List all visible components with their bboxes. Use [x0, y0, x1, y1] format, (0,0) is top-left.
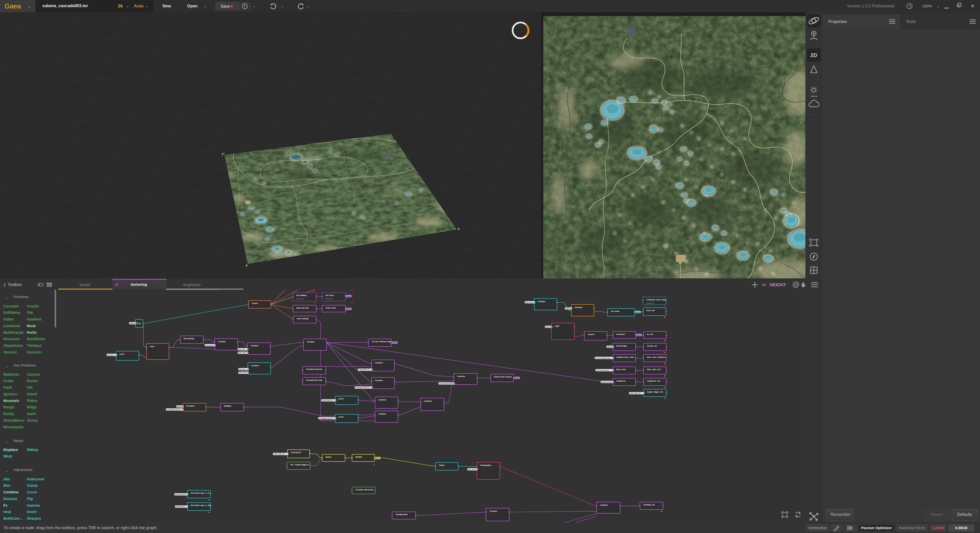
svg-text:Curvature: Curvature — [186, 405, 195, 407]
svg-text:lakes mask: lakes mask — [525, 302, 533, 303]
svg-text:Constant:Red: Constant:Red — [395, 513, 407, 515]
svg-text:HEIGHT: HEIGHT — [770, 282, 786, 287]
svg-text:Invert: Invert — [339, 397, 344, 400]
svg-text:Combined Road Mask: Combined Road Mask — [439, 383, 453, 385]
svg-text:Output: Output — [347, 308, 351, 310]
svg-text:Final Terrain Texture: Final Terrain Texture — [494, 376, 512, 378]
svg-text:Bypassed: Bypassed — [646, 302, 654, 304]
svg-text:roughness_out: roughness_out — [647, 380, 660, 382]
svg-text:Combine: Combine — [489, 510, 497, 512]
svg-text:Constant:concrete: Constant:concrete — [306, 368, 322, 370]
svg-text:Grass Color: Grass Color — [326, 307, 336, 309]
svg-text:combined_road_mask: combined_road_mask — [646, 298, 666, 301]
svg-text:HEIGHT: HEIGHT — [355, 456, 363, 458]
svg-text:SatMaps: SatMaps — [224, 405, 232, 407]
svg-text:ao_out: ao_out — [647, 333, 653, 335]
svg-text:base_color_roadless…: base_color_roadless… — [647, 356, 667, 358]
svg-text:2D: 2D — [810, 52, 818, 58]
svg-text:Ch color without roads: Ch color without roads — [372, 340, 391, 343]
svg-text:Invert: Invert — [339, 416, 344, 418]
svg-text:Output: Output — [637, 334, 641, 336]
svg-text:trees_out: trees_out — [646, 309, 655, 311]
svg-text:height_stage1_out: height_stage1_out — [647, 391, 663, 393]
svg-text:shore satmap: shore satmap — [297, 318, 309, 320]
svg-text:Fx: Fx — [137, 322, 141, 326]
svg-text:theTerrain_layer_1_Dirt: theTerrain_layer_1_Dirt — [191, 504, 211, 506]
svg-text:base_color_out: base_color_out — [647, 368, 661, 370]
svg-text:Combine: Combine — [600, 504, 608, 506]
svg-text:Normal Map: Normal Map — [616, 345, 627, 347]
svg-text:Dirt Color: Dirt Color — [326, 294, 334, 297]
svg-text:lake color: lake color — [239, 349, 245, 350]
svg-text:Combine: Combine — [378, 413, 386, 415]
svg-text:Chokepoint: Chokepoint — [291, 451, 301, 453]
svg-text:Combine: Combine — [218, 340, 226, 343]
svg-text:Asphalt Mask out: Asphalt Mask out — [322, 399, 333, 401]
svg-text:Output: Output — [393, 342, 397, 343]
svg-text:base_color: base_color — [616, 368, 626, 370]
svg-text:Arboreal: Arboreal — [574, 306, 582, 308]
svg-text:minimap_out: minimap_out — [643, 504, 655, 506]
svg-text:ColorFx: ColorFx — [588, 333, 595, 335]
svg-text:lakes mask: lakes mask — [468, 468, 475, 470]
svg-text:Bypassed: Bypassed — [296, 298, 304, 300]
svg-text:lake shore: lake shore — [107, 354, 114, 356]
svg-text:Output: Output — [515, 377, 519, 378]
svg-text:Combine: Combine — [538, 300, 546, 303]
svg-text:Combine: Combine — [457, 375, 465, 377]
svg-text:non-asphalt mask out: non-asphalt mask out — [355, 387, 369, 388]
svg-text:height stage2 out: height stage2 out — [630, 392, 641, 394]
svg-text:Asphalt Mask out: Asphalt Mask out — [358, 369, 370, 370]
svg-text:HEIGHT: HEIGHT — [565, 308, 571, 309]
svg-text:occlusion: occlusion — [616, 333, 625, 335]
svg-text:HEIGHT: HEIGHT — [546, 326, 551, 328]
svg-text:Flow: Flow — [150, 345, 154, 348]
svg-text:Clamp: Clamp — [439, 464, 445, 466]
svg-text:grass hard mask: grass hard mask — [175, 493, 186, 495]
svg-text:grass sat map: grass sat map — [296, 307, 309, 309]
svg-text:Ch color without roads: Ch color without roads — [595, 357, 610, 359]
svg-text:dirt hard mask: dirt hard mask — [176, 506, 185, 507]
svg-text:theTerrain_layer_0_G…: theTerrain_layer_0_G… — [191, 492, 211, 494]
svg-text:Bypassed: Bypassed — [326, 298, 333, 300]
svg-text:lakes mask: lakes mask — [239, 372, 246, 373]
svg-text:HEIGHT: HEIGHT — [177, 406, 182, 407]
svg-text:File - height stage2 fr…: File - height stage2 fr… — [290, 464, 310, 466]
svg-text:Grass Color: Grass Color — [205, 345, 213, 346]
svg-text:Final Terrain Texture: Final Terrain Texture — [596, 370, 609, 371]
svg-text:Invert: Invert — [119, 353, 124, 355]
svg-text:Texture: Texture — [252, 302, 258, 305]
svg-text:Switch: Switch — [326, 456, 331, 458]
svg-text:Combine: Combine — [251, 345, 259, 347]
svg-text:lakes mask: lakes mask — [239, 352, 246, 353]
svg-text:Output: Output — [636, 311, 640, 313]
svg-text:Combine: Combine — [424, 400, 432, 402]
svg-text:flow satmap: flow satmap — [183, 337, 194, 340]
svg-text:Combine: Combine — [375, 379, 383, 381]
svg-text:Combine: Combine — [375, 362, 383, 364]
svg-text:Cartography: Cartography — [480, 464, 491, 466]
svg-text:Output: Output — [376, 457, 380, 459]
svg-text:non-asphalt mask out: non-asphalt mask out — [319, 418, 333, 419]
svg-text:roughness: roughness — [616, 380, 626, 382]
svg-text:Output: Output — [347, 295, 351, 297]
svg-text:roadless base_color: roadless base_color — [616, 356, 634, 358]
svg-text:HEIGHT: HEIGHT — [607, 346, 612, 348]
svg-text:Combine: Combine — [251, 364, 259, 367]
svg-text:Constant:dirt road: Constant:dirt road — [306, 379, 322, 381]
svg-text:tree mask: tree mask — [611, 310, 620, 312]
svg-text:Dirt SatMap: Dirt SatMap — [296, 294, 307, 297]
svg-text:Roughness Mask: Roughness Mask — [601, 381, 612, 383]
svg-text:height stage1 out: height stage1 out — [274, 453, 285, 455]
svg-text:Light: Light — [555, 325, 559, 327]
svg-text:normal_out: normal_out — [647, 345, 657, 347]
svg-text:Combine: Combine — [378, 399, 386, 401]
svg-text:non-asphalt mask out: non-asphalt mask out — [166, 409, 180, 410]
svg-text:Combine: Combine — [307, 341, 315, 343]
svg-text:Constant: flat terrain: Constant: flat terrain — [355, 488, 374, 491]
svg-text:HEIGHT: HEIGHT — [130, 322, 135, 324]
svg-text:lake shore: lake shore — [239, 369, 246, 370]
